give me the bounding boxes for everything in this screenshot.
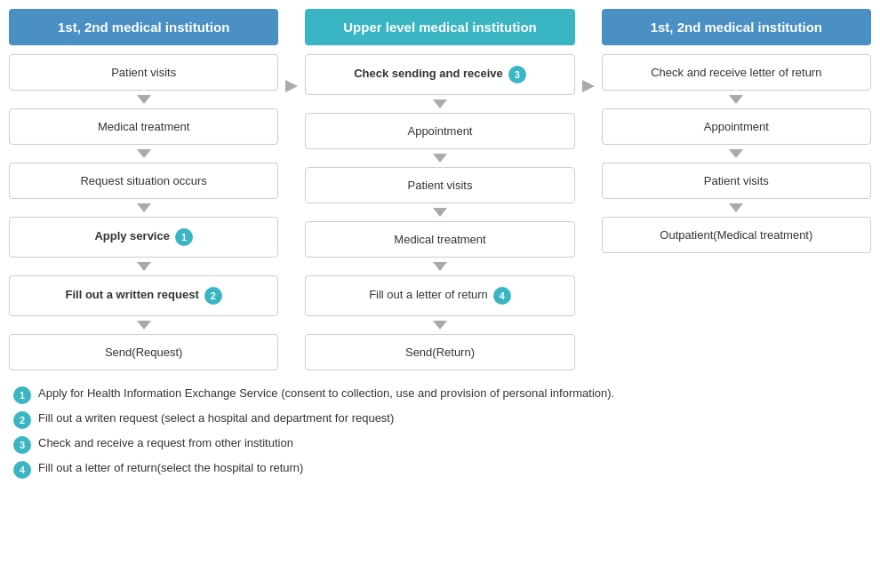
arrow-down: [137, 149, 151, 158]
box-check-receive-letter: Check and receive letter of return: [602, 54, 871, 91]
footnote-2: 2 Fill out a writen request (select a ho…: [13, 411, 867, 429]
footnote-2-text: Fill out a writen request (select a hosp…: [38, 411, 394, 425]
column-3: 1st, 2nd medical institution Check and r…: [602, 9, 871, 370]
column-2: Upper level medical institution Check se…: [305, 9, 574, 370]
horizontal-arrow-icon-2: [582, 80, 595, 92]
badge-2: 2: [204, 287, 222, 305]
arrow-between-1-2: [278, 9, 305, 370]
columns-layout: 1st, 2nd medical institution Patient vis…: [9, 9, 871, 370]
box-check-sending: Check sending and receive3: [305, 54, 574, 95]
arrow-down: [433, 99, 447, 108]
box-apply-service: Apply service1: [9, 217, 278, 258]
arrow-down: [137, 203, 151, 212]
box-send-request: Send(Request): [9, 334, 278, 370]
footnote-badge-3: 3: [13, 436, 31, 454]
col2-header: Upper level medical institution: [305, 9, 574, 45]
footnote-4: 4 Fill out a letter of return(select the…: [13, 461, 867, 479]
box-patient-visits-3: Patient visits: [602, 163, 871, 199]
footnote-1: 1 Apply for Health Information Exchange …: [13, 386, 867, 404]
horizontal-arrow-icon: [285, 80, 298, 92]
arrow-down: [729, 203, 743, 212]
col3-boxes: Check and receive letter of return Appoi…: [602, 54, 871, 253]
box-patient-visits-2: Patient visits: [305, 167, 574, 203]
box-patient-visits: Patient visits: [9, 54, 278, 91]
arrow-down: [137, 321, 151, 330]
footnote-4-text: Fill out a letter of return(select the h…: [38, 461, 303, 474]
arrow-down: [729, 95, 743, 104]
footnote-badge-2: 2: [13, 411, 31, 429]
column-1: 1st, 2nd medical institution Patient vis…: [9, 9, 278, 370]
footnote-3: 3 Check and receive a request from other…: [13, 436, 867, 454]
box-medical-treatment: Medical treatment: [9, 108, 278, 145]
col2-boxes: Check sending and receive3 Appointment P…: [305, 54, 574, 370]
badge-3: 3: [508, 66, 526, 83]
box-request-situation: Request situation occurs: [9, 163, 278, 199]
arrow-down: [433, 321, 447, 330]
box-outpatient: Outpatient(Medical treatment): [602, 217, 871, 253]
footnote-1-text: Apply for Health Information Exchange Se…: [38, 386, 614, 400]
box-fill-letter-return: Fill out a letter of return4: [305, 275, 574, 316]
footnote-3-text: Check and receive a request from other i…: [38, 436, 293, 449]
box-fill-written-request: Fill out a written request2: [9, 275, 278, 316]
badge-4: 4: [493, 287, 511, 305]
arrow-between-2-3: [575, 9, 602, 370]
arrow-down: [729, 149, 743, 158]
arrow-down: [433, 154, 447, 163]
footnotes-section: 1 Apply for Health Information Exchange …: [9, 386, 871, 479]
box-appointment-3: Appointment: [602, 108, 871, 145]
arrow-down: [433, 208, 447, 217]
arrow-down: [433, 262, 447, 271]
box-appointment-2: Appointment: [305, 113, 574, 149]
col1-header: 1st, 2nd medical institution: [9, 9, 278, 45]
diagram-container: 1st, 2nd medical institution Patient vis…: [9, 9, 871, 479]
footnote-badge-4: 4: [13, 461, 31, 479]
box-medical-treatment-2: Medical treatment: [305, 221, 574, 258]
arrow-down: [137, 95, 151, 104]
badge-1: 1: [175, 228, 193, 246]
col3-header: 1st, 2nd medical institution: [602, 9, 871, 45]
col1-boxes: Patient visits Medical treatment Request…: [9, 54, 278, 370]
footnote-badge-1: 1: [13, 386, 31, 404]
box-send-return: Send(Return): [305, 334, 574, 370]
arrow-down: [137, 262, 151, 271]
